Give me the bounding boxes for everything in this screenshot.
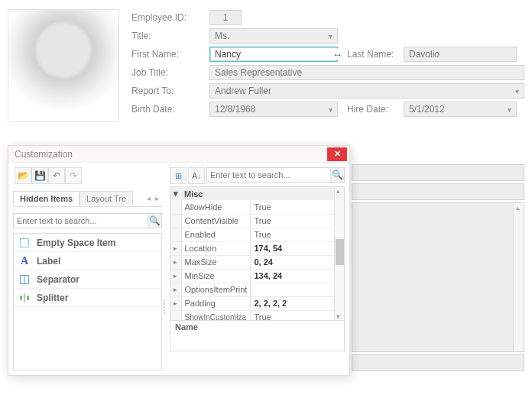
- label-icon: A: [18, 255, 31, 267]
- list-item[interactable]: Splitter: [14, 289, 161, 307]
- search-box[interactable]: 🔍: [13, 213, 162, 228]
- birth-date-label: Birth Date:: [130, 104, 209, 115]
- property-row[interactable]: ▸MaxSize0, 24: [170, 255, 344, 269]
- property-row[interactable]: ▸Padding2, 2, 2, 2: [170, 296, 344, 310]
- panel-2[interactable]: [352, 183, 524, 200]
- birth-date-field[interactable]: 12/8/1968▾: [209, 102, 338, 117]
- sort-az-icon: A↓: [192, 172, 201, 180]
- search-input[interactable]: [14, 214, 148, 228]
- list-item[interactable]: Separator: [14, 270, 161, 289]
- tab-hidden-items[interactable]: Hidden Items: [13, 191, 79, 205]
- hire-date-label: Hire Date:: [345, 104, 404, 115]
- hire-date-field[interactable]: 5/1/2012▾: [404, 102, 517, 117]
- folder-open-icon: 📂: [18, 170, 29, 181]
- tab-layout-tree[interactable]: Layout Tre: [79, 191, 133, 205]
- first-name-field[interactable]: Nancy ↔: [209, 47, 338, 62]
- search-icon[interactable]: 🔍: [148, 214, 161, 228]
- redo-icon: ↷: [70, 170, 77, 181]
- property-grid: ▾Misc AllowHideTrue ContentVisibleTrue E…: [170, 186, 345, 321]
- redo-button[interactable]: ↷: [65, 167, 82, 184]
- dialog-titlebar[interactable]: Customization ✕: [8, 146, 349, 163]
- title-label: Title:: [130, 31, 209, 41]
- title-dropdown[interactable]: Ms.▾: [209, 28, 338, 44]
- chevron-down-icon: ▾: [515, 87, 519, 95]
- property-row[interactable]: AllowHideTrue: [170, 200, 344, 214]
- property-row[interactable]: ContentVisibleTrue: [170, 214, 344, 228]
- empty-space-icon: [18, 237, 31, 249]
- last-name-label: Last Name:: [345, 49, 404, 60]
- undo-icon: ↶: [53, 170, 60, 181]
- scroll-thumb[interactable]: [336, 239, 344, 265]
- panel-4[interactable]: [352, 354, 524, 371]
- tab-scroll-right-icon[interactable]: ▸: [155, 194, 159, 202]
- panel-1[interactable]: [352, 164, 524, 181]
- svg-rect-0: [21, 238, 29, 247]
- property-search-input[interactable]: [207, 168, 330, 182]
- undo-button[interactable]: ↶: [48, 167, 65, 184]
- splitter-grip[interactable]: [164, 244, 168, 370]
- job-title-field[interactable]: Sales Representative: [209, 65, 524, 80]
- property-row[interactable]: EnabledTrue: [170, 228, 344, 241]
- splitter-icon: [18, 292, 31, 304]
- svg-rect-4: [27, 296, 29, 300]
- property-search-box[interactable]: 🔍: [206, 167, 345, 183]
- categorized-icon: ⊞: [175, 171, 182, 181]
- last-name-field[interactable]: Davolio: [404, 47, 517, 62]
- categorized-button[interactable]: ⊞: [170, 167, 187, 184]
- property-row[interactable]: ▸OptionsItemPrint: [170, 283, 344, 296]
- save-icon: 💾: [34, 170, 46, 181]
- search-icon[interactable]: 🔍: [330, 168, 344, 182]
- report-to-label: Report To:: [130, 86, 209, 96]
- report-to-dropdown[interactable]: Andrew Fuller▾: [209, 83, 524, 99]
- svg-rect-3: [20, 296, 22, 300]
- job-title-label: Job Title:: [130, 67, 209, 78]
- alphabetical-button[interactable]: A↓: [188, 167, 205, 184]
- list-item[interactable]: A Label: [14, 252, 161, 270]
- employee-id-field[interactable]: 1: [209, 10, 242, 25]
- customization-dialog: Customization ✕ 📂 💾 ↶ ↷ Hidden Items Lay…: [8, 145, 350, 376]
- scrollbar[interactable]: [513, 203, 524, 351]
- chevron-down-icon: ▾: [508, 105, 511, 114]
- property-row[interactable]: ▸MinSize134, 24: [170, 269, 344, 283]
- save-button[interactable]: 💾: [31, 167, 48, 184]
- property-row[interactable]: ShowInCustomizaTrue: [170, 310, 344, 320]
- category-misc[interactable]: Misc: [181, 187, 344, 200]
- employee-id-label: Employee ID:: [130, 12, 209, 23]
- separator-icon: [18, 273, 31, 286]
- employee-photo: [8, 9, 119, 122]
- chevron-down-icon: ▾: [329, 32, 332, 40]
- resize-cursor-icon[interactable]: ↔: [332, 49, 342, 60]
- first-name-label: First Name:: [130, 49, 209, 60]
- property-row[interactable]: ▸Location174, 54: [170, 241, 344, 255]
- scrollbar[interactable]: [334, 187, 344, 320]
- property-description: Name: [170, 321, 345, 351]
- open-button[interactable]: 📂: [15, 167, 31, 184]
- close-button[interactable]: ✕: [327, 147, 347, 161]
- hidden-items-list: Empty Space Item A Label Separator Split…: [13, 233, 162, 370]
- list-item[interactable]: Empty Space Item: [14, 234, 161, 252]
- panel-3[interactable]: [352, 202, 524, 352]
- chevron-down-icon: ▾: [329, 105, 332, 114]
- tab-scroll-left-icon[interactable]: ◂: [147, 194, 151, 202]
